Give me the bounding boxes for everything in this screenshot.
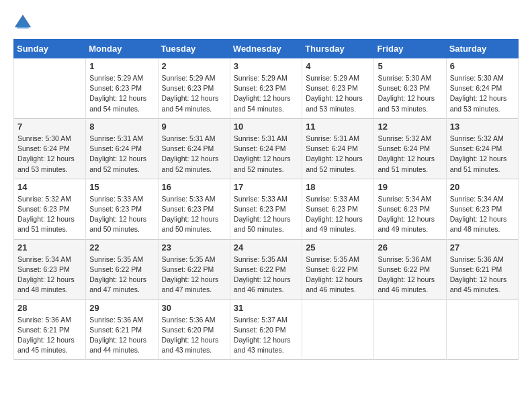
weekday-header-thursday: Thursday (302, 40, 374, 58)
day-number: 14 (17, 182, 82, 192)
weekday-header-wednesday: Wednesday (230, 40, 302, 58)
day-number: 9 (162, 122, 226, 132)
day-number: 2 (162, 61, 226, 71)
cell-info: Sunrise: 5:29 AMSunset: 6:23 PMDaylight:… (234, 73, 298, 114)
cell-info: Sunrise: 5:34 AMSunset: 6:23 PMDaylight:… (450, 194, 515, 235)
cell-info: Sunrise: 5:30 AMSunset: 6:23 PMDaylight:… (378, 73, 442, 114)
calendar-cell: 1Sunrise: 5:29 AMSunset: 6:23 PMDaylight… (86, 58, 158, 119)
calendar-cell: 30Sunrise: 5:36 AMSunset: 6:20 PMDayligh… (158, 300, 230, 360)
calendar-cell: 19Sunrise: 5:34 AMSunset: 6:23 PMDayligh… (374, 179, 446, 239)
calendar-cell: 17Sunrise: 5:33 AMSunset: 6:23 PMDayligh… (230, 179, 302, 239)
day-number: 25 (306, 242, 370, 253)
day-number: 29 (89, 303, 154, 313)
day-number: 11 (306, 122, 370, 132)
cell-info: Sunrise: 5:33 AMSunset: 6:23 PMDaylight:… (162, 194, 226, 235)
calendar-cell: 14Sunrise: 5:32 AMSunset: 6:23 PMDayligh… (14, 179, 86, 239)
day-number: 27 (450, 242, 515, 253)
day-number: 15 (89, 182, 154, 192)
calendar-cell (446, 300, 518, 360)
cell-info: Sunrise: 5:33 AMSunset: 6:23 PMDaylight:… (89, 194, 154, 235)
calendar-cell: 2Sunrise: 5:29 AMSunset: 6:23 PMDaylight… (158, 58, 230, 119)
calendar-cell: 26Sunrise: 5:36 AMSunset: 6:22 PMDayligh… (374, 239, 446, 300)
weekday-header-sunday: Sunday (14, 40, 86, 58)
calendar-cell: 29Sunrise: 5:36 AMSunset: 6:21 PMDayligh… (86, 300, 158, 360)
calendar-cell: 9Sunrise: 5:31 AMSunset: 6:24 PMDaylight… (158, 118, 230, 179)
weekday-header-friday: Friday (374, 40, 446, 58)
day-number: 16 (162, 182, 226, 192)
cell-info: Sunrise: 5:35 AMSunset: 6:22 PMDaylight:… (234, 255, 298, 295)
calendar-cell (14, 58, 86, 119)
cell-info: Sunrise: 5:32 AMSunset: 6:24 PMDaylight:… (450, 134, 515, 175)
day-number: 4 (306, 61, 370, 71)
calendar-cell: 22Sunrise: 5:35 AMSunset: 6:22 PMDayligh… (86, 239, 158, 300)
calendar-cell: 12Sunrise: 5:32 AMSunset: 6:24 PMDayligh… (374, 118, 446, 179)
weekday-header-row: SundayMondayTuesdayWednesdayThursdayFrid… (14, 40, 519, 58)
cell-info: Sunrise: 5:30 AMSunset: 6:24 PMDaylight:… (17, 134, 82, 175)
calendar-cell: 21Sunrise: 5:34 AMSunset: 6:23 PMDayligh… (14, 239, 86, 300)
calendar-cell: 10Sunrise: 5:31 AMSunset: 6:24 PMDayligh… (230, 118, 302, 179)
cell-info: Sunrise: 5:32 AMSunset: 6:24 PMDaylight:… (378, 134, 442, 175)
day-number: 13 (450, 122, 515, 132)
calendar-table: SundayMondayTuesdayWednesdayThursdayFrid… (13, 39, 519, 360)
cell-info: Sunrise: 5:36 AMSunset: 6:22 PMDaylight:… (378, 255, 442, 295)
weekday-header-saturday: Saturday (446, 40, 518, 58)
cell-info: Sunrise: 5:35 AMSunset: 6:22 PMDaylight:… (306, 255, 370, 295)
day-number: 23 (162, 242, 226, 253)
calendar-week-5: 28Sunrise: 5:36 AMSunset: 6:21 PMDayligh… (14, 300, 519, 360)
calendar-week-3: 14Sunrise: 5:32 AMSunset: 6:23 PMDayligh… (14, 179, 519, 239)
calendar-week-4: 21Sunrise: 5:34 AMSunset: 6:23 PMDayligh… (14, 239, 519, 300)
cell-info: Sunrise: 5:34 AMSunset: 6:23 PMDaylight:… (17, 255, 82, 295)
calendar-cell: 4Sunrise: 5:29 AMSunset: 6:23 PMDaylight… (302, 58, 374, 119)
calendar-cell (302, 300, 374, 360)
day-number: 24 (234, 242, 298, 253)
cell-info: Sunrise: 5:37 AMSunset: 6:20 PMDaylight:… (234, 315, 298, 356)
day-number: 31 (234, 303, 298, 313)
calendar-cell: 24Sunrise: 5:35 AMSunset: 6:22 PMDayligh… (230, 239, 302, 300)
calendar-cell: 27Sunrise: 5:36 AMSunset: 6:21 PMDayligh… (446, 239, 518, 300)
calendar-cell: 20Sunrise: 5:34 AMSunset: 6:23 PMDayligh… (446, 179, 518, 239)
weekday-header-monday: Monday (86, 40, 158, 58)
day-number: 5 (378, 61, 442, 71)
cell-info: Sunrise: 5:29 AMSunset: 6:23 PMDaylight:… (306, 73, 370, 114)
cell-info: Sunrise: 5:35 AMSunset: 6:22 PMDaylight:… (162, 255, 226, 295)
cell-info: Sunrise: 5:29 AMSunset: 6:23 PMDaylight:… (89, 73, 154, 114)
weekday-header-tuesday: Tuesday (158, 40, 230, 58)
cell-info: Sunrise: 5:29 AMSunset: 6:23 PMDaylight:… (162, 73, 226, 114)
calendar-cell (374, 300, 446, 360)
day-number: 17 (234, 182, 298, 192)
day-number: 6 (450, 61, 515, 71)
day-number: 7 (17, 122, 82, 132)
day-number: 10 (234, 122, 298, 132)
calendar-cell: 6Sunrise: 5:30 AMSunset: 6:24 PMDaylight… (446, 58, 518, 119)
cell-info: Sunrise: 5:35 AMSunset: 6:22 PMDaylight:… (89, 255, 154, 295)
day-number: 22 (89, 242, 154, 253)
day-number: 28 (17, 303, 82, 313)
cell-info: Sunrise: 5:30 AMSunset: 6:24 PMDaylight:… (450, 73, 515, 114)
day-number: 26 (378, 242, 442, 253)
day-number: 20 (450, 182, 515, 192)
logo (13, 13, 35, 32)
day-number: 18 (306, 182, 370, 192)
cell-info: Sunrise: 5:31 AMSunset: 6:24 PMDaylight:… (234, 134, 298, 175)
calendar-cell: 7Sunrise: 5:30 AMSunset: 6:24 PMDaylight… (14, 118, 86, 179)
day-number: 1 (89, 61, 154, 71)
cell-info: Sunrise: 5:31 AMSunset: 6:24 PMDaylight:… (306, 134, 370, 175)
calendar-cell: 18Sunrise: 5:33 AMSunset: 6:23 PMDayligh… (302, 179, 374, 239)
day-number: 30 (162, 303, 226, 313)
cell-info: Sunrise: 5:31 AMSunset: 6:24 PMDaylight:… (162, 134, 226, 175)
cell-info: Sunrise: 5:36 AMSunset: 6:20 PMDaylight:… (162, 315, 226, 356)
day-number: 21 (17, 242, 82, 253)
logo-icon (13, 13, 32, 32)
cell-info: Sunrise: 5:33 AMSunset: 6:23 PMDaylight:… (234, 194, 298, 235)
cell-info: Sunrise: 5:31 AMSunset: 6:24 PMDaylight:… (89, 134, 154, 175)
calendar-cell: 11Sunrise: 5:31 AMSunset: 6:24 PMDayligh… (302, 118, 374, 179)
calendar-cell: 28Sunrise: 5:36 AMSunset: 6:21 PMDayligh… (14, 300, 86, 360)
day-number: 3 (234, 61, 298, 71)
day-number: 12 (378, 122, 442, 132)
cell-info: Sunrise: 5:33 AMSunset: 6:23 PMDaylight:… (306, 194, 370, 235)
cell-info: Sunrise: 5:36 AMSunset: 6:21 PMDaylight:… (450, 255, 515, 295)
calendar-cell: 23Sunrise: 5:35 AMSunset: 6:22 PMDayligh… (158, 239, 230, 300)
calendar-cell: 16Sunrise: 5:33 AMSunset: 6:23 PMDayligh… (158, 179, 230, 239)
calendar-cell: 13Sunrise: 5:32 AMSunset: 6:24 PMDayligh… (446, 118, 518, 179)
calendar-cell: 15Sunrise: 5:33 AMSunset: 6:23 PMDayligh… (86, 179, 158, 239)
